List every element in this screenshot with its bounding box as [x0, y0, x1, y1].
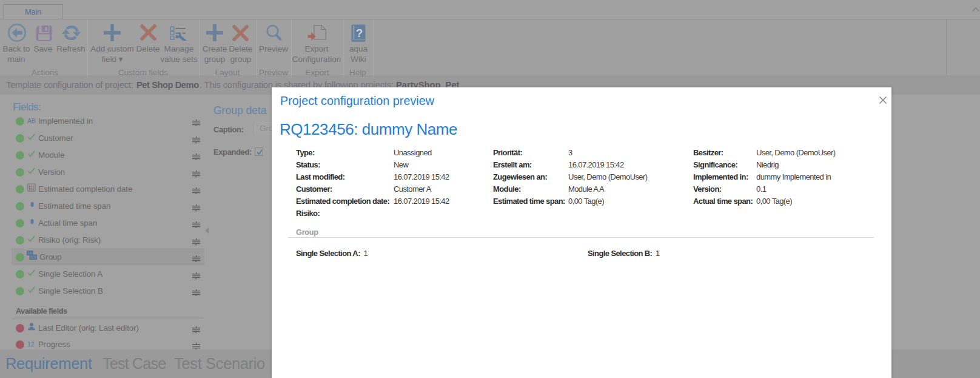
svg-text:?: ?: [356, 27, 363, 39]
